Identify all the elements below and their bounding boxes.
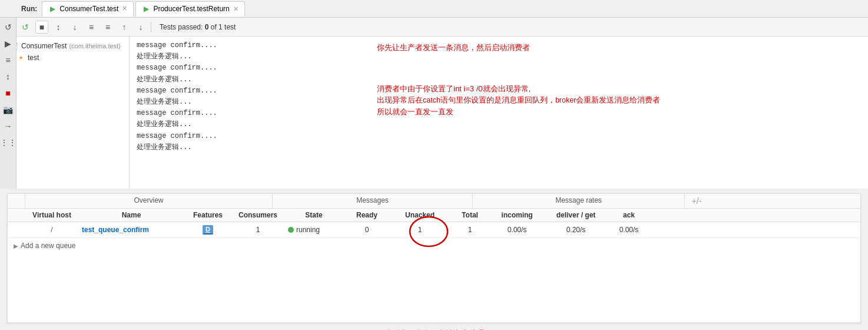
expand-all-button[interactable]: ≡ <box>85 21 98 34</box>
main-content: ▾ 📄 ConsumerTest (com.itheima.test) 🔸 te… <box>0 37 868 189</box>
tab-producer-test[interactable]: ▶ ProducerTest.testReturn ✕ <box>135 1 244 16</box>
sort-za-button[interactable]: ↓ <box>68 21 81 34</box>
cell-deliver: 0.20/s <box>544 226 608 234</box>
log-line-10: 处理业务逻辑... <box>137 142 861 153</box>
tree-method-item[interactable]: 🔸 test <box>0 52 129 64</box>
overview-group: Overview <box>25 194 273 208</box>
tab-consumer-test[interactable]: ▶ ConsumerTest.test ✕ <box>42 1 134 16</box>
add-queue-label[interactable]: Add a new queue <box>21 242 75 250</box>
cell-total: 1 <box>449 226 491 234</box>
col-ready: Ready <box>343 211 390 219</box>
col-unacked: Unacked <box>390 211 449 219</box>
run-icon[interactable]: ▶ <box>1 37 15 51</box>
col-name: Name <box>78 211 184 219</box>
log-line-7: message confirm.... <box>137 108 861 119</box>
tests-of: of 1 test <box>211 23 236 31</box>
stop-icon[interactable]: ■ <box>1 86 15 100</box>
sort-az-button[interactable]: ↕ <box>52 21 65 34</box>
log-line-9: message confirm.... <box>137 131 861 142</box>
annotation-top-1: 你先让生产者发送一条消息，然后启动消费者 <box>377 42 530 53</box>
pin-icon[interactable]: → <box>1 119 15 133</box>
annotation-top-2: 消费者中由于你设置了int i=3 /0就会出现异常, <box>377 84 531 94</box>
tab-close-producer[interactable]: ✕ <box>233 5 238 13</box>
log-line-3: message confirm.... <box>137 62 861 74</box>
running-state: running <box>288 226 340 234</box>
tab-label-producer: ProducerTest.testReturn <box>153 5 229 13</box>
tests-label: Tests passed: <box>160 23 203 31</box>
rerun-button[interactable]: ↺ <box>19 21 32 34</box>
column-headers: Virtual host Name Features Consumers Sta… <box>8 209 860 222</box>
annotation-top-4: 所以就会一直发一直发 <box>377 107 453 117</box>
tab-label-consumer: ConsumerTest.test <box>59 5 118 13</box>
plus-group[interactable]: +/- <box>685 194 708 208</box>
expand-icon[interactable]: ↕ <box>1 70 15 84</box>
col-state: State <box>284 211 343 219</box>
tests-passed-label: Tests passed: 0 of 1 test <box>160 23 236 31</box>
col-consumers: Consumers <box>231 211 284 219</box>
side-toolbar: ↺ ▶ ≡ ↕ ■ 📷 → ⋮⋮ <box>0 18 16 189</box>
stop-button[interactable]: ■ <box>35 21 48 34</box>
separator <box>151 22 151 32</box>
col-features: Features <box>184 211 231 219</box>
rerun-icon[interactable]: ↺ <box>1 20 15 34</box>
annotation-top-3: 出现异常后在catch语句里你设置的是消息重回队列，broker会重新发送消息给… <box>377 95 660 105</box>
test-tree: ▾ 📄 ConsumerTest (com.itheima.test) 🔸 te… <box>0 37 130 189</box>
method-icon: 🔸 <box>16 54 25 62</box>
col-total: Total <box>449 211 491 219</box>
class-name: ConsumerTest <box>21 42 67 50</box>
cell-incoming: 0.00/s <box>491 226 544 234</box>
sort-icon[interactable]: ≡ <box>1 53 15 67</box>
cell-name[interactable]: test_queue_confirm <box>78 226 184 234</box>
ide-panel: ↺ ▶ ≡ ↕ ■ 📷 → ⋮⋮ Run: ▶ ConsumerTest.tes… <box>0 0 868 189</box>
test-icon: ▶ <box>48 5 57 13</box>
tests-count: 0 <box>205 23 209 31</box>
method-name: test <box>28 54 39 62</box>
collapse-all-button[interactable]: ≡ <box>101 21 114 34</box>
settings-icon[interactable]: ⋮⋮ <box>1 136 15 150</box>
queue-table: Overview Messages Message rates +/- Virt… <box>7 193 861 323</box>
package-name: (com.itheima.test) <box>69 42 120 50</box>
cell-features: D <box>184 225 231 235</box>
running-dot <box>288 227 294 233</box>
run-label: Run: <box>19 5 37 13</box>
table-row: / test_queue_confirm D 1 running 0 1 1 0… <box>8 222 860 238</box>
cell-ack: 0.00/s <box>608 226 650 234</box>
col-virtual-host: Virtual host <box>25 211 78 219</box>
log-line-8: 处理业务逻辑... <box>137 119 861 130</box>
log-line-2: 处理业务逻辑... <box>137 51 861 62</box>
cell-unacked: 1 <box>390 226 449 234</box>
tree-root-item[interactable]: ▾ 📄 ConsumerTest (com.itheima.test) <box>0 40 129 52</box>
d-badge[interactable]: D <box>203 225 213 235</box>
cell-state: running <box>284 226 343 234</box>
up-button[interactable]: ↑ <box>118 21 131 34</box>
toolbar: ↺ ■ ↕ ↓ ≡ ≡ ↑ ↓ Tests passed: 0 of 1 tes… <box>0 18 868 37</box>
col-deliver-get: deliver / get <box>544 211 608 219</box>
tab-bar: Run: ▶ ConsumerTest.test ✕ ▶ ProducerTes… <box>0 0 868 18</box>
add-queue-footer[interactable]: ▶ Add a new queue <box>8 238 860 253</box>
test-icon-2: ▶ <box>142 5 150 13</box>
tab-close-consumer[interactable]: ✕ <box>122 5 127 12</box>
messages-group: Messages <box>273 194 473 208</box>
col-incoming: incoming <box>491 211 544 219</box>
cell-consumers: 1 <box>231 226 284 234</box>
down-button[interactable]: ↓ <box>134 21 147 34</box>
rabbitmq-panel: Overview Messages Message rates +/- Virt… <box>0 193 868 323</box>
cell-ready: 0 <box>343 226 390 234</box>
state-label: running <box>296 226 320 234</box>
col-ack: ack <box>608 211 650 219</box>
cell-vh: / <box>25 226 78 234</box>
column-groups: Overview Messages Message rates +/- <box>8 194 860 209</box>
camera-icon[interactable]: 📷 <box>1 103 15 117</box>
rates-group: Message rates <box>473 194 685 208</box>
log-panel: message confirm.... 处理业务逻辑... message co… <box>130 37 868 189</box>
